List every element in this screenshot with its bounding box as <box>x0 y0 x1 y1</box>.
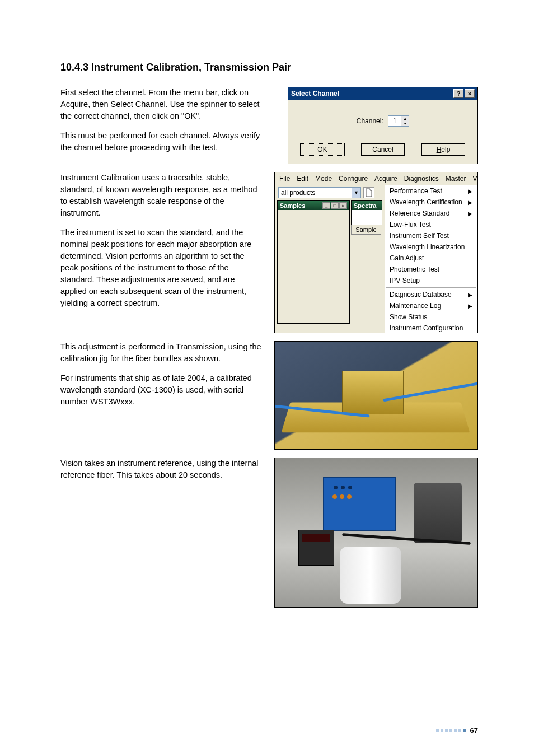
new-document-icon[interactable] <box>363 187 374 198</box>
menu-item-instrument-configuration[interactable]: Instrument Configuration <box>385 323 477 333</box>
cancel-button[interactable]: Cancel <box>361 143 405 156</box>
menu-item-label: Low-Flux Test <box>390 221 431 228</box>
maximize-icon[interactable]: □ <box>331 202 339 209</box>
sample-tab[interactable]: Sample <box>351 225 381 235</box>
menu-configure[interactable]: Configure <box>335 174 371 184</box>
menu-item-label: Wavelength Certification <box>390 198 462 206</box>
footer-squares-icon <box>436 729 466 732</box>
dialog-title-text: Select Channel <box>291 90 339 97</box>
vision-app-window: File Edit Mode Configure Acquire Diagnos… <box>274 172 478 333</box>
spinner-down-icon[interactable]: ▼ <box>401 121 409 126</box>
help-icon[interactable]: ? <box>453 89 463 98</box>
para-6: For instruments that ship as of late 200… <box>60 372 262 408</box>
submenu-arrow-icon: ▶ <box>468 188 472 194</box>
menu-item-label: Reference Standard <box>390 209 449 217</box>
calibration-jig-photo <box>274 341 478 450</box>
menu-view[interactable]: View <box>470 174 479 184</box>
menu-item-performance-test[interactable]: Performance Test▶ <box>385 185 477 197</box>
para-3: Instrument Calibration uses a traceable,… <box>60 172 262 219</box>
para-5: This adjustment is performed in Transmis… <box>60 341 262 365</box>
menu-diagnostics[interactable]: Diagnostics <box>401 174 442 184</box>
menu-acquire[interactable]: Acquire <box>371 174 401 184</box>
para-2: This must be performed for each channel.… <box>60 130 262 153</box>
channel-label: Channel: <box>357 117 383 125</box>
close-icon[interactable]: × <box>339 202 347 209</box>
submenu-arrow-icon: ▶ <box>468 303 472 309</box>
menu-item-label: Instrument Self Test <box>390 232 449 240</box>
menu-item-wavelength-linearization[interactable]: Wavelength Linearization <box>385 241 477 253</box>
menu-item-label: Show Status <box>390 313 427 321</box>
samples-panel: Samples _ □ × <box>277 200 350 324</box>
menu-item-instrument-self-test[interactable]: Instrument Self Test <box>385 230 477 241</box>
menu-item-maintenance-log[interactable]: Maintenance Log▶ <box>385 300 477 311</box>
menu-item-reference-standard[interactable]: Reference Standard▶ <box>385 208 477 219</box>
menu-item-show-status[interactable]: Show Status <box>385 311 477 323</box>
submenu-arrow-icon: ▶ <box>468 199 472 206</box>
menu-edit[interactable]: Edit <box>293 174 312 184</box>
menu-file[interactable]: File <box>276 174 293 184</box>
menu-item-gain-adjust[interactable]: Gain Adjust <box>385 253 477 264</box>
spinner-up-icon[interactable]: ▲ <box>401 116 409 121</box>
menu-separator <box>386 287 476 288</box>
product-combo[interactable]: all products ▼ <box>278 187 361 198</box>
menu-mode[interactable]: Mode <box>312 174 335 184</box>
channel-value: 1 <box>388 116 401 126</box>
minimize-icon[interactable]: _ <box>322 202 330 209</box>
menu-item-label: IPV Setup <box>390 277 420 284</box>
menu-item-label: Diagnostic Database <box>390 291 452 298</box>
page-number: 67 <box>470 726 478 735</box>
menu-item-label: Maintenance Log <box>390 302 441 310</box>
menu-item-label: Photometric Test <box>390 265 439 273</box>
menu-item-label: Gain Adjust <box>390 254 424 262</box>
instrument-photo <box>274 458 478 608</box>
channel-spinner[interactable]: 1 ▲ ▼ <box>388 115 409 127</box>
para-7: Vision takes an instrument reference, us… <box>60 458 262 481</box>
select-channel-dialog: Select Channel ? × Channel: 1 ▲ ▼ <box>288 87 478 164</box>
para-1: First select the channel. From the menu … <box>60 87 262 122</box>
menu-item-wavelength-certification[interactable]: Wavelength Certification▶ <box>385 197 477 208</box>
menu-item-diagnostic-database[interactable]: Diagnostic Database▶ <box>385 289 477 300</box>
menu-master[interactable]: Master <box>442 174 470 184</box>
section-heading: 10.4.3 Instrument Calibration, Transmiss… <box>60 62 478 73</box>
menu-item-photometric-test[interactable]: Photometric Test <box>385 264 477 275</box>
close-icon[interactable]: × <box>465 89 475 98</box>
samples-panel-title: Samples <box>280 202 305 209</box>
spectra-panel: Spectra <box>351 200 382 225</box>
help-button[interactable]: Help <box>421 143 465 156</box>
menu-item-label: Performance Test <box>390 187 442 195</box>
menu-item-label: Instrument Configuration <box>390 324 463 332</box>
chevron-down-icon[interactable]: ▼ <box>352 188 360 198</box>
menu-item-ipv-setup[interactable]: IPV Setup <box>385 275 477 286</box>
menu-item-label: Wavelength Linearization <box>390 243 465 251</box>
ok-button[interactable]: OK <box>301 143 344 156</box>
product-combo-text: all products <box>279 188 352 198</box>
spectra-panel-title: Spectra <box>354 202 376 209</box>
menu-item-low-flux-test[interactable]: Low-Flux Test <box>385 219 477 230</box>
submenu-arrow-icon: ▶ <box>468 292 472 298</box>
submenu-arrow-icon: ▶ <box>468 211 472 217</box>
page-footer: 67 <box>436 726 478 735</box>
menu-bar: File Edit Mode Configure Acquire Diagnos… <box>275 172 477 185</box>
diagnostics-dropdown: Performance Test▶Wavelength Certificatio… <box>385 185 477 333</box>
para-4: The instrument is set to scan the standa… <box>60 227 262 309</box>
dialog-titlebar: Select Channel ? × <box>288 87 477 100</box>
